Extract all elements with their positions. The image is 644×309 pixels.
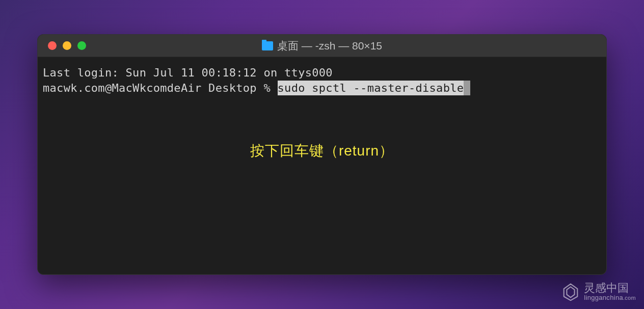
annotation-text: 按下回车键（return） bbox=[250, 141, 394, 161]
watermark-logo-icon bbox=[560, 281, 581, 302]
window-title: 桌面 — -zsh — 80×15 bbox=[262, 39, 382, 53]
folder-icon bbox=[262, 41, 273, 50]
maximize-button[interactable] bbox=[77, 41, 86, 50]
terminal-content[interactable]: Last login: Sun Jul 11 00:18:12 on ttys0… bbox=[38, 57, 606, 274]
close-button[interactable] bbox=[48, 41, 57, 50]
minimize-button[interactable] bbox=[63, 41, 71, 50]
watermark-text: 灵感中国 lingganchina.com bbox=[584, 282, 636, 301]
shell-prompt: macwk.com@MacWkcomdeAir Desktop % bbox=[43, 81, 278, 96]
title-text: 桌面 — -zsh — 80×15 bbox=[277, 39, 382, 53]
watermark: 灵感中国 lingganchina.com bbox=[560, 281, 636, 302]
command-text: sudo spctl --master-disable bbox=[278, 81, 464, 96]
titlebar: 桌面 — -zsh — 80×15 bbox=[38, 35, 606, 57]
prompt-line: macwk.com@MacWkcomdeAir Desktop % sudo s… bbox=[43, 81, 601, 96]
cursor bbox=[464, 81, 470, 96]
terminal-window: 桌面 — -zsh — 80×15 Last login: Sun Jul 11… bbox=[37, 34, 607, 275]
watermark-en: lingganchina.com bbox=[584, 294, 636, 301]
watermark-cn: 灵感中国 bbox=[584, 282, 636, 294]
last-login-line: Last login: Sun Jul 11 00:18:12 on ttys0… bbox=[43, 65, 601, 81]
traffic-lights bbox=[38, 41, 86, 50]
